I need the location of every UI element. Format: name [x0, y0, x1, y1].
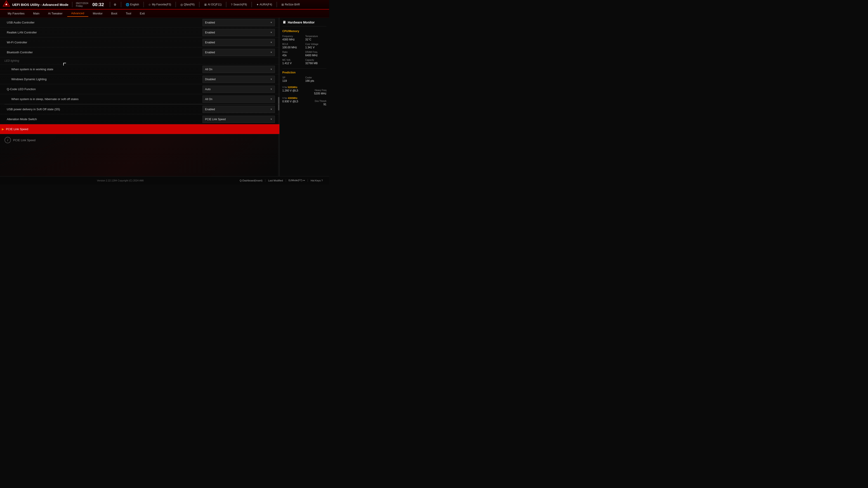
led-sleep-label: When system is in sleep, hibernate or so… [4, 97, 203, 101]
aura-icon: ✦ [256, 3, 259, 6]
settings-icon: ⚙ [114, 3, 116, 6]
menu-monitor[interactable]: Monitor [89, 10, 107, 17]
header-divider-2 [110, 2, 110, 7]
menu-exit[interactable]: Exit [135, 10, 149, 17]
windows-dynamic-dropdown[interactable]: Disabled ▼ [203, 76, 275, 83]
alteration-dropdown[interactable]: PCIE Link Speed ▼ [203, 116, 275, 123]
wifi-label: Wi-Fi Controller [4, 41, 203, 44]
datetime: 09/27/2024 Friday [76, 2, 88, 7]
usb-audio-row[interactable]: USB Audio Controller Enabled ▼ [0, 18, 279, 28]
pcie-link-speed-row[interactable]: ▶ PCIE Link Speed [0, 124, 279, 134]
hw-ratio: Ratio 43x [282, 51, 304, 57]
hw-capacity: Capacity 32768 MB [305, 59, 327, 65]
hw-dram-freq: DRAM Freq. 6400 MHz [305, 51, 327, 57]
prediction-section: Prediction [282, 71, 327, 74]
language-label: English [130, 3, 139, 6]
usb-audio-dropdown[interactable]: Enabled ▼ [203, 19, 275, 26]
windows-dynamic-row[interactable]: Windows Dynamic Lighting Disabled ▼ [0, 74, 279, 84]
resize-icon: ⊞ [281, 3, 284, 6]
main-layout: USB Audio Controller Enabled ▼ Realtek L… [0, 18, 329, 176]
wifi-dropdown[interactable]: Enabled ▼ [203, 39, 275, 46]
settings-container: USB Audio Controller Enabled ▼ Realtek L… [0, 18, 279, 146]
led-working-dropdown[interactable]: All On ▼ [203, 66, 275, 73]
fan-icon: ◎ [180, 3, 183, 6]
date-line2: Friday [76, 4, 83, 7]
nav-divider-1 [121, 2, 121, 7]
qfan-button[interactable]: ◎ Qfan(F6) [180, 3, 195, 6]
hw-monitor-icon: 🖥 [282, 20, 286, 24]
windows-dynamic-arrow: ▼ [270, 78, 272, 80]
resize-bar-button[interactable]: ⊞ ReSize BAR [281, 3, 300, 6]
menu-ai-tweaker[interactable]: Ai Tweaker [44, 10, 67, 17]
realtek-lan-arrow: ▼ [270, 31, 272, 34]
bluetooth-value: Enabled [205, 51, 215, 54]
pcie-expand-icon: ▶ [2, 127, 4, 131]
header: UEFI BIOS Utility - Advanced Mode 09/27/… [0, 0, 329, 9]
led-sleep-value: All On [205, 98, 213, 101]
ai-oc-button[interactable]: 🖥 AI OC(F11) [204, 3, 221, 6]
hw-bclk: BCLK 100.00 MHz [282, 43, 304, 49]
bluetooth-row[interactable]: Bluetooth Controller Enabled ▼ [0, 47, 279, 57]
clock-display: 00:32 [92, 2, 104, 7]
language-button[interactable]: 🌐 English [126, 3, 139, 6]
qfan-label: Qfan(F6) [184, 3, 195, 6]
resize-bar-label: ReSize BAR [285, 3, 300, 6]
search-help-icon: ? [231, 3, 232, 6]
my-favorite-button[interactable]: ☆ My Favorite(F3) [148, 3, 171, 6]
led-sleep-row[interactable]: When system is in sleep, hibernate or so… [0, 94, 279, 104]
qcode-led-row[interactable]: Q-Code LED Function Auto ▼ [0, 84, 279, 94]
nav-divider-5 [226, 2, 226, 7]
qcode-led-label: Q-Code LED Function [4, 88, 203, 91]
q-dashboard-button[interactable]: Q-Dashboard(Insert) [237, 179, 266, 182]
nav-divider-4 [199, 2, 199, 7]
windows-dynamic-label: Windows Dynamic Lighting [4, 77, 203, 81]
search-button[interactable]: ? Search(F9) [231, 3, 247, 6]
bluetooth-arrow: ▼ [270, 51, 272, 54]
hw-temperature: Temperature 31°C [305, 35, 327, 41]
last-modified-button[interactable]: Last Modified [266, 179, 286, 182]
windows-dynamic-value: Disabled [205, 78, 216, 81]
search-label: Search(F9) [234, 3, 247, 6]
hw-divider [282, 68, 327, 69]
menu-my-favorites[interactable]: My Favorites [4, 10, 29, 17]
hw-frequency: Frequency 4300 MHz [282, 35, 304, 41]
led-working-row[interactable]: When system is in working state All On ▼ [0, 64, 279, 74]
alteration-value: PCIE Link Speed [205, 118, 225, 121]
bluetooth-label: Bluetooth Controller [4, 51, 203, 54]
aura-label: AURA(F4) [260, 3, 272, 6]
usb-audio-value: Enabled [205, 21, 215, 24]
usb-audio-arrow: ▼ [270, 21, 272, 24]
hw-core-voltage: Core Voltage 1.341 V [305, 43, 327, 49]
qcode-led-value: Auto [205, 88, 211, 91]
realtek-lan-dropdown[interactable]: Enabled ▼ [203, 29, 275, 36]
led-working-arrow: ▼ [270, 68, 272, 70]
hw-v-5205: V for 5205MHz 1.260 V @L5 Heavy Freq 520… [282, 86, 327, 95]
led-section-header: LED lighting [0, 57, 279, 64]
hot-keys-button[interactable]: Hot Keys ? [308, 179, 326, 182]
content-area: USB Audio Controller Enabled ▼ Realtek L… [0, 18, 279, 176]
wifi-row[interactable]: Wi-Fi Controller Enabled ▼ [0, 37, 279, 47]
aura-button[interactable]: ✦ AURA(F4) [256, 3, 272, 6]
info-row: i PCIE Link Speed [0, 134, 279, 146]
hardware-monitor-panel: 🖥 Hardware Monitor CPU/Memory Frequency … [279, 18, 329, 176]
usb-power-s5-value: Enabled [205, 108, 215, 111]
qcode-led-dropdown[interactable]: Auto ▼ [203, 86, 275, 93]
alteration-row[interactable]: Alteration Mode Switch PCIE Link Speed ▼ [0, 114, 279, 124]
hw-cooler: Cooler 166 pts [305, 76, 327, 83]
menu-main[interactable]: Main [29, 10, 43, 17]
menu-tool[interactable]: Tool [122, 10, 135, 17]
realtek-lan-row[interactable]: Realtek LAN Controller Enabled ▼ [0, 28, 279, 37]
usb-power-s5-dropdown[interactable]: Enabled ▼ [203, 106, 275, 113]
globe-icon: 🌐 [126, 3, 129, 6]
usb-power-s5-arrow: ▼ [270, 108, 272, 110]
usb-power-s5-row[interactable]: USB power delivery in Soft Off state (S5… [0, 104, 279, 114]
settings-button[interactable]: ⚙ [114, 3, 116, 6]
ez-mode-button[interactable]: EzMode(F7) ↦ [286, 179, 308, 182]
header-title: UEFI BIOS Utility - Advanced Mode [12, 3, 68, 6]
bluetooth-dropdown[interactable]: Enabled ▼ [203, 49, 275, 56]
usb-power-s5-label: USB power delivery in Soft Off state (S5… [4, 107, 203, 111]
menu-advanced[interactable]: Advanced [67, 10, 88, 17]
led-sleep-dropdown[interactable]: All On ▼ [203, 96, 275, 103]
menu-boot[interactable]: Boot [107, 10, 121, 17]
cpu-memory-section: CPU/Memory [282, 30, 327, 33]
